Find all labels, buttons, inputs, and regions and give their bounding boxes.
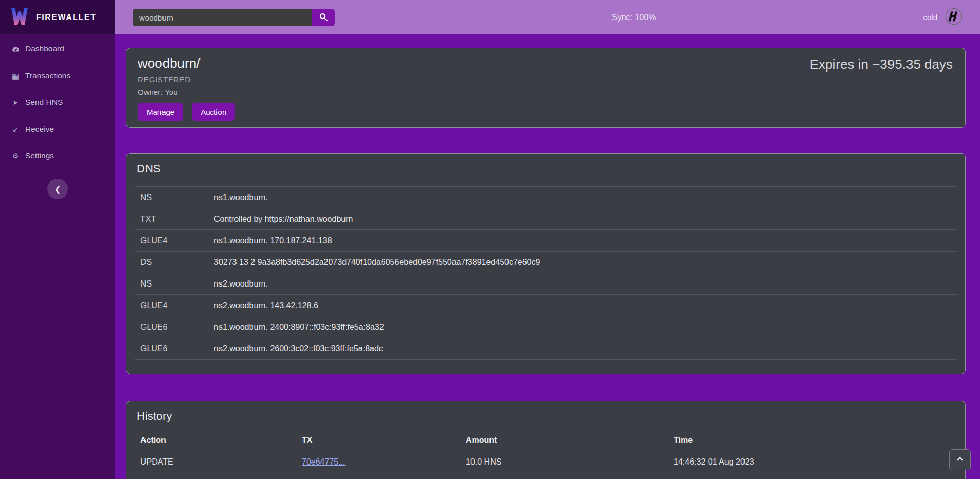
sidebar-item-label: Dashboard	[25, 44, 64, 54]
tx-link[interactable]: 70e64775...	[302, 457, 346, 466]
dns-record-row: DS 30273 13 2 9a3a8fb3d625d2a2073d740f10…	[135, 252, 957, 273]
history-col-tx: TX	[302, 436, 466, 445]
dns-record-value: ns1.woodburn. 170.187.241.138	[214, 236, 957, 245]
dns-record-row: NS ns2.woodburn.	[135, 273, 957, 295]
dns-record-type: GLUE6	[140, 323, 214, 332]
dns-record-row: GLUE6 ns2.woodburn. 2600:3c02::f03c:93ff…	[135, 338, 957, 360]
gear-icon: ⚙	[11, 152, 20, 159]
table-icon: ▦	[11, 72, 20, 80]
dns-record-row: NS ns1.woodburn.	[135, 187, 957, 208]
sidebar-item[interactable]: ▦ Transactions	[0, 62, 115, 89]
dns-record-type: NS	[140, 279, 214, 289]
sidebar-nav: Dashboard ▦ Transactions ➤ Send HNS ↙ Re…	[0, 34, 115, 169]
dns-record-type: GLUE4	[140, 236, 214, 245]
sidebar-item-label: Receive	[25, 125, 54, 134]
dns-record-type: GLUE4	[140, 301, 214, 310]
sidebar-item-label: Settings	[25, 151, 54, 161]
history-amount: 10.0 HNS	[466, 457, 674, 467]
sidebar-item[interactable]: ⚙ Settings	[0, 143, 115, 169]
domain-card: woodburn/ REGISTERED Owner: You Manage A…	[126, 48, 966, 128]
history-table: Action TX Amount Time UPDATE 70e64775...…	[135, 430, 957, 479]
sidebar-item[interactable]: Dashboard	[0, 36, 115, 62]
history-time: 14:46:32 01 Aug 2023	[674, 457, 957, 467]
scroll-to-top-button[interactable]	[949, 449, 971, 470]
dns-record-row: GLUE4 ns2.woodburn. 143.42.128.6	[135, 295, 957, 316]
wallet-avatar[interactable]	[945, 8, 963, 27]
domain-status: REGISTERED	[138, 75, 954, 84]
dns-record-value: ns1.woodburn.	[214, 193, 957, 202]
history-row: RENEW d73c0e... 10.0 HNS 15:47:36 27 Jul…	[135, 473, 957, 479]
sidebar-item[interactable]: ↙ Receive	[0, 116, 115, 143]
history-col-time: Time	[674, 436, 957, 445]
history-row: UPDATE 70e64775... 10.0 HNS 14:46:32 01 …	[135, 451, 957, 473]
domain-buttons: Manage Auction	[138, 103, 954, 121]
history-col-action: Action	[140, 436, 302, 445]
history-rows: UPDATE 70e64775... 10.0 HNS 14:46:32 01 …	[135, 451, 957, 479]
dns-record-row: GLUE6 ns1.woodburn. 2400:8907::f03c:93ff…	[135, 316, 957, 338]
wallet-name-label: cold	[923, 13, 937, 22]
dns-card: DNS NS ns1.woodburn. TXT Controlled by h…	[126, 153, 966, 374]
history-header-row: Action TX Amount Time	[135, 430, 957, 451]
domain-expires: Expires in ~395.35 days	[810, 57, 953, 73]
dns-record-type: TXT	[140, 215, 214, 224]
topbar: Sync: 100% cold	[115, 0, 980, 34]
dns-title: DNS	[137, 162, 965, 175]
dns-record-value: ns1.woodburn. 2400:8907::f03c:93ff:fe5a:…	[214, 323, 957, 332]
manage-button[interactable]: Manage	[138, 103, 183, 121]
dns-record-value: ns2.woodburn.	[214, 279, 957, 289]
app-logo-header: FIREWALLET	[0, 0, 115, 34]
history-col-amount: Amount	[466, 436, 674, 445]
history-card: History Action TX Amount Time UPDATE 70e…	[126, 401, 966, 479]
history-title: History	[137, 410, 965, 423]
paper-plane-icon: ➤	[11, 99, 20, 106]
domain-owner: Owner: You	[138, 87, 954, 96]
sidebar: FIREWALLET Dashboard ▦ Transactions ➤ Se…	[0, 0, 115, 479]
main-content: woodburn/ REGISTERED Owner: You Manage A…	[115, 34, 980, 479]
search-button[interactable]	[312, 9, 335, 26]
app-name: FIREWALLET	[36, 13, 96, 22]
dns-record-type: NS	[140, 193, 214, 202]
dns-record-value: Controlled by https://nathan.woodburn	[214, 215, 957, 224]
search-input[interactable]	[133, 9, 312, 26]
topbar-right: cold	[923, 0, 963, 34]
dns-record-value: 30273 13 2 9a3a8fb3d625d2a2073d740f10da6…	[214, 258, 957, 267]
sidebar-item-label: Transactions	[25, 71, 70, 80]
dns-record-value: ns2.woodburn. 2600:3c02::f03c:93ff:fe5a:…	[214, 344, 957, 353]
dns-record-value: ns2.woodburn. 143.42.128.6	[214, 301, 957, 310]
auction-button[interactable]: Auction	[192, 103, 235, 121]
firewallet-logo-icon	[9, 7, 30, 28]
sidebar-collapse-button[interactable]: ❮	[47, 179, 68, 199]
chevron-up-icon	[956, 455, 964, 464]
arrow-down-left-icon: ↙	[11, 126, 20, 133]
dns-record-type: GLUE6	[140, 344, 214, 353]
gauge-icon	[11, 45, 20, 53]
dns-table: NS ns1.woodburn. TXT Controlled by https…	[135, 186, 957, 360]
search-group	[133, 9, 335, 26]
sidebar-item[interactable]: ➤ Send HNS	[0, 89, 115, 116]
sync-status: Sync: 100%	[612, 0, 656, 34]
history-action: UPDATE	[140, 457, 302, 467]
dns-record-row: TXT Controlled by https://nathan.woodbur…	[135, 208, 957, 230]
sidebar-item-label: Send HNS	[25, 98, 63, 107]
dns-record-row: GLUE4 ns1.woodburn. 170.187.241.138	[135, 230, 957, 252]
search-icon	[319, 12, 328, 23]
handshake-logo-icon	[945, 8, 963, 27]
chevron-left-icon: ❮	[55, 185, 61, 193]
dns-record-type: DS	[140, 258, 214, 267]
